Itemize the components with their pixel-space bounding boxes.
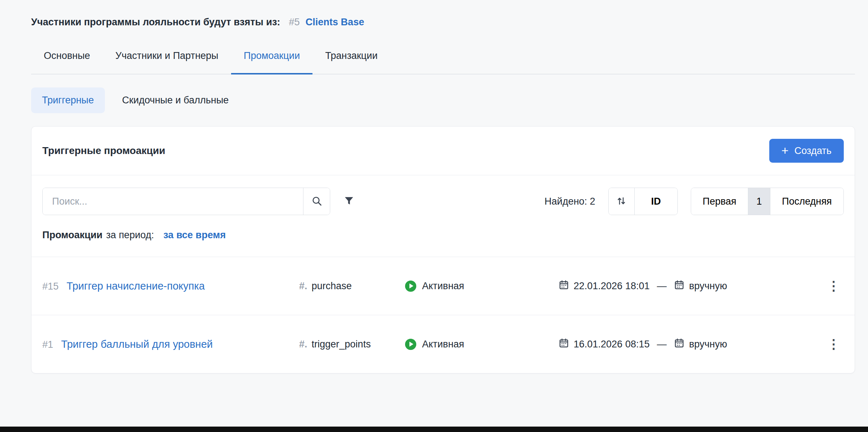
subtab-triggernye[interactable]: Триггерные	[31, 87, 105, 113]
card-header: Триггерные промоакции + Создать	[31, 127, 855, 175]
source-base-link[interactable]: Clients Base	[306, 17, 364, 28]
plus-icon: +	[782, 144, 789, 157]
promo-name-cell: #1 Триггер балльный для уровней	[42, 338, 299, 350]
filter-icon	[343, 195, 355, 208]
status-text: Активная	[422, 281, 464, 292]
sort-icon	[616, 196, 627, 208]
promo-name-link[interactable]: Триггер балльный для уровней	[61, 338, 213, 350]
pagination-current[interactable]: 1	[748, 188, 770, 215]
source-line: Участники программы лояльности будут взя…	[31, 17, 855, 28]
kebab-menu-icon[interactable]: ⋮	[824, 277, 844, 295]
period-label: за период:	[106, 230, 154, 241]
tab-uchastniki-i-partnery[interactable]: Участники и Партнеры	[103, 47, 231, 74]
date-separator: —	[657, 281, 667, 292]
search-icon	[311, 195, 323, 208]
calendar-icon	[674, 279, 685, 293]
promo-code-cell: #. purchase	[299, 281, 405, 292]
period-line: Промоакции за период: за все время	[31, 215, 855, 257]
tab-osnovnye[interactable]: Основные	[31, 47, 103, 74]
pagination-last[interactable]: Последняя	[770, 188, 843, 215]
promo-actions-cell: ⋮	[824, 277, 844, 295]
page: Участники программы лояльности будут взя…	[0, 0, 868, 373]
promo-dates-cell: 22.01.2026 18:01 — вручную	[558, 279, 808, 293]
create-button[interactable]: + Создать	[769, 139, 844, 163]
promo-id: #15	[42, 281, 59, 292]
source-id: #5	[289, 17, 300, 28]
start-date: 16.01.2026 08:15	[574, 339, 650, 350]
tab-promoakcii[interactable]: Промоакции	[231, 47, 312, 74]
hash-icon: #.	[299, 339, 307, 350]
filter-button[interactable]	[343, 195, 355, 208]
promo-id: #1	[42, 339, 53, 350]
status-active-icon	[405, 339, 416, 350]
tab-tranzakcii[interactable]: Транзакции	[312, 47, 390, 74]
status-active-icon	[405, 281, 416, 292]
date-separator: —	[657, 339, 667, 350]
sub-tabs: Триггерные Скидочные и балльные	[31, 87, 855, 113]
status-text: Активная	[422, 339, 464, 350]
kebab-menu-icon[interactable]: ⋮	[824, 335, 844, 353]
table-row: #1 Триггер балльный для уровней #. trigg…	[31, 315, 855, 373]
start-date: 22.01.2026 18:01	[574, 281, 650, 292]
toolbar: Найдено: 2 ID Первая 1 Последняя	[31, 175, 855, 215]
search-input[interactable]	[43, 188, 303, 215]
end-date: вручную	[689, 281, 727, 292]
card-title: Триггерные промоакции	[42, 145, 165, 157]
promo-code-cell: #. trigger_points	[299, 339, 405, 350]
promo-code: purchase	[312, 281, 352, 292]
trigger-promos-card: Триггерные промоакции + Создать	[31, 126, 855, 373]
toolbar-right: Найдено: 2 ID Первая 1 Последняя	[545, 188, 844, 215]
search-button[interactable]	[303, 188, 330, 215]
calendar-icon	[558, 279, 569, 293]
promo-status-cell: Активная	[405, 281, 558, 292]
main-tabs: Основные Участники и Партнеры Промоакции…	[31, 47, 855, 74]
period-prefix: Промоакции	[42, 230, 102, 241]
table-row: #15 Триггер начисление-покупка #. purcha…	[31, 257, 855, 315]
bottom-edge-bar	[0, 427, 868, 432]
pagination-first[interactable]: Первая	[691, 188, 748, 215]
period-link[interactable]: за все время	[163, 230, 226, 241]
subtab-skidochnye[interactable]: Скидочные и балльные	[111, 87, 240, 113]
found-count: Найдено: 2	[545, 196, 595, 207]
calendar-icon	[558, 338, 569, 351]
sort-group: ID	[608, 188, 678, 215]
create-button-label: Создать	[794, 145, 831, 157]
promo-name-link[interactable]: Триггер начисление-покупка	[67, 280, 205, 292]
promo-dates-cell: 16.01.2026 08:15 — вручную	[558, 338, 808, 351]
sort-field-button[interactable]: ID	[635, 188, 677, 215]
search-group	[42, 188, 330, 215]
promo-code: trigger_points	[312, 339, 371, 350]
source-label: Участники программы лояльности будут взя…	[31, 17, 280, 28]
hash-icon: #.	[299, 281, 307, 292]
promo-name-cell: #15 Триггер начисление-покупка	[42, 280, 299, 292]
end-date: вручную	[689, 339, 727, 350]
promo-actions-cell: ⋮	[824, 335, 844, 353]
pagination: Первая 1 Последняя	[691, 188, 844, 215]
sort-direction-button[interactable]	[609, 188, 635, 215]
calendar-icon	[674, 338, 685, 351]
promo-status-cell: Активная	[405, 339, 558, 350]
